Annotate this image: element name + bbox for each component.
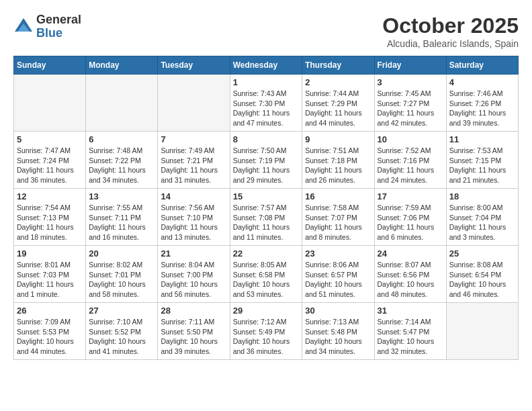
calendar-table: SundayMondayTuesdayWednesdayThursdayFrid… bbox=[13, 56, 519, 360]
day-info: Sunrise: 7:12 AM Sunset: 5:49 PM Dayligh… bbox=[233, 317, 300, 357]
calendar-cell: 8Sunrise: 7:50 AM Sunset: 7:19 PM Daylig… bbox=[230, 132, 302, 189]
calendar-cell bbox=[446, 303, 518, 360]
calendar-cell: 27Sunrise: 7:10 AM Sunset: 5:52 PM Dayli… bbox=[86, 303, 158, 360]
calendar-cell: 1Sunrise: 7:43 AM Sunset: 7:30 PM Daylig… bbox=[230, 75, 302, 132]
day-number: 12 bbox=[17, 191, 83, 201]
day-of-week-header: Sunday bbox=[14, 56, 86, 75]
day-number: 4 bbox=[449, 77, 515, 87]
logo-general: General bbox=[36, 13, 81, 27]
day-of-week-header: Tuesday bbox=[158, 56, 230, 75]
location: Alcudia, Balearic Islands, Spain bbox=[382, 38, 519, 49]
calendar-week-row: 1Sunrise: 7:43 AM Sunset: 7:30 PM Daylig… bbox=[14, 75, 519, 132]
calendar-cell: 4Sunrise: 7:46 AM Sunset: 7:26 PM Daylig… bbox=[446, 75, 518, 132]
day-info: Sunrise: 7:58 AM Sunset: 7:07 PM Dayligh… bbox=[305, 203, 371, 242]
day-info: Sunrise: 7:52 AM Sunset: 7:16 PM Dayligh… bbox=[378, 146, 443, 185]
calendar-cell: 24Sunrise: 8:07 AM Sunset: 6:56 PM Dayli… bbox=[374, 246, 446, 303]
calendar-cell: 7Sunrise: 7:49 AM Sunset: 7:21 PM Daylig… bbox=[158, 132, 230, 189]
day-info: Sunrise: 7:14 AM Sunset: 5:47 PM Dayligh… bbox=[378, 317, 443, 357]
day-info: Sunrise: 7:54 AM Sunset: 7:13 PM Dayligh… bbox=[17, 203, 83, 242]
day-info: Sunrise: 8:00 AM Sunset: 7:04 PM Dayligh… bbox=[449, 203, 515, 242]
day-number: 1 bbox=[233, 77, 300, 87]
calendar-week-row: 19Sunrise: 8:01 AM Sunset: 7:03 PM Dayli… bbox=[14, 246, 519, 303]
calendar-cell: 18Sunrise: 8:00 AM Sunset: 7:04 PM Dayli… bbox=[446, 189, 518, 246]
day-of-week-header: Friday bbox=[374, 56, 446, 75]
calendar-cell: 28Sunrise: 7:11 AM Sunset: 5:50 PM Dayli… bbox=[158, 303, 230, 360]
day-number: 20 bbox=[89, 248, 154, 259]
calendar-cell: 5Sunrise: 7:47 AM Sunset: 7:24 PM Daylig… bbox=[14, 132, 86, 189]
day-info: Sunrise: 7:50 AM Sunset: 7:19 PM Dayligh… bbox=[233, 146, 300, 185]
day-number: 24 bbox=[378, 248, 443, 259]
calendar-cell: 21Sunrise: 8:04 AM Sunset: 7:00 PM Dayli… bbox=[158, 246, 230, 303]
day-number: 15 bbox=[233, 191, 300, 201]
day-info: Sunrise: 7:47 AM Sunset: 7:24 PM Dayligh… bbox=[17, 146, 83, 185]
calendar-cell: 14Sunrise: 7:56 AM Sunset: 7:10 PM Dayli… bbox=[158, 189, 230, 246]
calendar-cell: 15Sunrise: 7:57 AM Sunset: 7:08 PM Dayli… bbox=[230, 189, 302, 246]
calendar-cell: 12Sunrise: 7:54 AM Sunset: 7:13 PM Dayli… bbox=[14, 189, 86, 246]
day-number: 16 bbox=[305, 191, 371, 201]
calendar-cell: 3Sunrise: 7:45 AM Sunset: 7:27 PM Daylig… bbox=[374, 75, 446, 132]
day-number: 26 bbox=[17, 306, 83, 316]
calendar-cell: 2Sunrise: 7:44 AM Sunset: 7:29 PM Daylig… bbox=[302, 75, 374, 132]
day-info: Sunrise: 7:11 AM Sunset: 5:50 PM Dayligh… bbox=[161, 317, 226, 357]
calendar-cell: 9Sunrise: 7:51 AM Sunset: 7:18 PM Daylig… bbox=[302, 132, 374, 189]
calendar-cell bbox=[14, 75, 86, 132]
day-number: 19 bbox=[17, 248, 83, 259]
day-info: Sunrise: 7:13 AM Sunset: 5:48 PM Dayligh… bbox=[305, 317, 371, 357]
calendar-cell: 25Sunrise: 8:08 AM Sunset: 6:54 PM Dayli… bbox=[446, 246, 518, 303]
day-number: 25 bbox=[449, 248, 515, 259]
day-info: Sunrise: 8:01 AM Sunset: 7:03 PM Dayligh… bbox=[17, 260, 83, 300]
day-info: Sunrise: 7:53 AM Sunset: 7:15 PM Dayligh… bbox=[449, 146, 515, 185]
day-info: Sunrise: 7:09 AM Sunset: 5:53 PM Dayligh… bbox=[17, 317, 83, 357]
day-number: 17 bbox=[378, 191, 443, 201]
calendar-cell: 26Sunrise: 7:09 AM Sunset: 5:53 PM Dayli… bbox=[14, 303, 86, 360]
calendar-cell: 6Sunrise: 7:48 AM Sunset: 7:22 PM Daylig… bbox=[86, 132, 158, 189]
day-of-week-header: Monday bbox=[86, 56, 158, 75]
day-number: 9 bbox=[305, 134, 371, 144]
day-number: 23 bbox=[305, 248, 371, 259]
day-info: Sunrise: 8:07 AM Sunset: 6:56 PM Dayligh… bbox=[378, 260, 443, 300]
day-info: Sunrise: 8:04 AM Sunset: 7:00 PM Dayligh… bbox=[161, 260, 226, 300]
title-block: October 2025 Alcudia, Balearic Islands, … bbox=[382, 13, 519, 49]
day-info: Sunrise: 7:43 AM Sunset: 7:30 PM Dayligh… bbox=[233, 89, 300, 128]
day-info: Sunrise: 8:05 AM Sunset: 6:58 PM Dayligh… bbox=[233, 260, 300, 300]
day-info: Sunrise: 7:45 AM Sunset: 7:27 PM Dayligh… bbox=[378, 89, 443, 128]
calendar-cell: 23Sunrise: 8:06 AM Sunset: 6:57 PM Dayli… bbox=[302, 246, 374, 303]
calendar-header-row: SundayMondayTuesdayWednesdayThursdayFrid… bbox=[14, 56, 519, 75]
day-number: 31 bbox=[378, 306, 443, 316]
day-number: 14 bbox=[161, 191, 226, 201]
day-number: 28 bbox=[161, 306, 226, 316]
day-number: 7 bbox=[161, 134, 226, 144]
calendar-cell: 19Sunrise: 8:01 AM Sunset: 7:03 PM Dayli… bbox=[14, 246, 86, 303]
day-info: Sunrise: 7:46 AM Sunset: 7:26 PM Dayligh… bbox=[449, 89, 515, 128]
day-number: 2 bbox=[305, 77, 371, 87]
calendar-cell: 16Sunrise: 7:58 AM Sunset: 7:07 PM Dayli… bbox=[302, 189, 374, 246]
calendar-cell: 10Sunrise: 7:52 AM Sunset: 7:16 PM Dayli… bbox=[374, 132, 446, 189]
day-info: Sunrise: 7:48 AM Sunset: 7:22 PM Dayligh… bbox=[89, 146, 154, 185]
logo-text: General Blue bbox=[36, 13, 81, 40]
day-of-week-header: Thursday bbox=[302, 56, 374, 75]
day-number: 13 bbox=[89, 191, 154, 201]
day-info: Sunrise: 7:49 AM Sunset: 7:21 PM Dayligh… bbox=[161, 146, 226, 185]
day-info: Sunrise: 7:51 AM Sunset: 7:18 PM Dayligh… bbox=[305, 146, 371, 185]
logo: General Blue bbox=[13, 13, 81, 40]
day-info: Sunrise: 8:08 AM Sunset: 6:54 PM Dayligh… bbox=[449, 260, 515, 300]
logo-blue: Blue bbox=[36, 27, 81, 40]
calendar-cell: 17Sunrise: 7:59 AM Sunset: 7:06 PM Dayli… bbox=[374, 189, 446, 246]
day-info: Sunrise: 7:59 AM Sunset: 7:06 PM Dayligh… bbox=[378, 203, 443, 242]
calendar-cell: 30Sunrise: 7:13 AM Sunset: 5:48 PM Dayli… bbox=[302, 303, 374, 360]
day-info: Sunrise: 7:10 AM Sunset: 5:52 PM Dayligh… bbox=[89, 317, 154, 357]
calendar-cell: 31Sunrise: 7:14 AM Sunset: 5:47 PM Dayli… bbox=[374, 303, 446, 360]
day-number: 6 bbox=[89, 134, 154, 144]
month-title: October 2025 bbox=[382, 13, 519, 38]
day-info: Sunrise: 7:56 AM Sunset: 7:10 PM Dayligh… bbox=[161, 203, 226, 242]
calendar-week-row: 12Sunrise: 7:54 AM Sunset: 7:13 PM Dayli… bbox=[14, 189, 519, 246]
day-info: Sunrise: 7:44 AM Sunset: 7:29 PM Dayligh… bbox=[305, 89, 371, 128]
day-info: Sunrise: 7:57 AM Sunset: 7:08 PM Dayligh… bbox=[233, 203, 300, 242]
day-number: 29 bbox=[233, 306, 300, 316]
calendar-week-row: 26Sunrise: 7:09 AM Sunset: 5:53 PM Dayli… bbox=[14, 303, 519, 360]
day-of-week-header: Saturday bbox=[446, 56, 518, 75]
day-number: 8 bbox=[233, 134, 300, 144]
day-info: Sunrise: 8:06 AM Sunset: 6:57 PM Dayligh… bbox=[305, 260, 371, 300]
day-number: 11 bbox=[449, 134, 515, 144]
day-info: Sunrise: 7:55 AM Sunset: 7:11 PM Dayligh… bbox=[89, 203, 154, 242]
